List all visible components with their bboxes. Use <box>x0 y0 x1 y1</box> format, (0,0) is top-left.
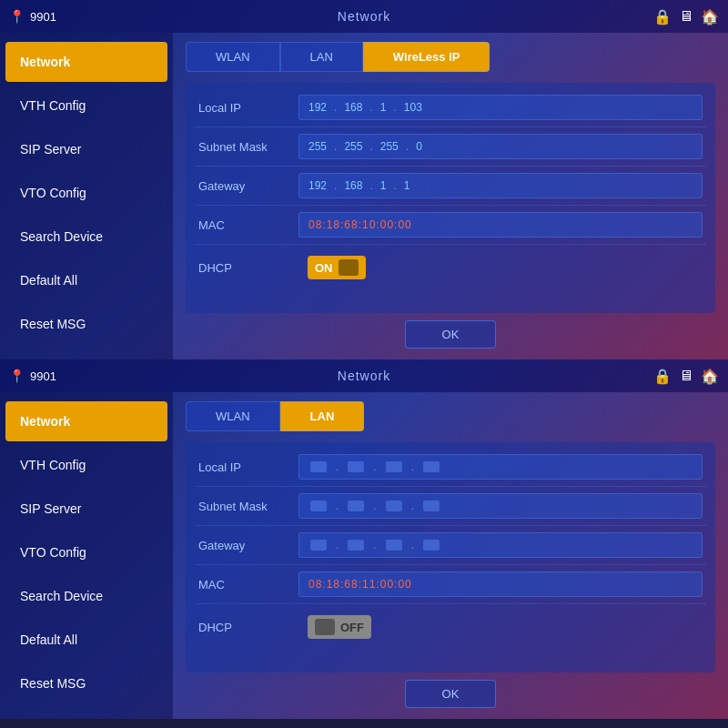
device-info-1: 📍 9901 <box>9 9 56 24</box>
tab-lan-1[interactable]: LAN <box>280 42 363 72</box>
panel-wireless-ip: 📍 9901 Network 🔒 🖥 🏠 Network VTH Config … <box>0 0 728 359</box>
home-icon-1[interactable]: 🏠 <box>701 8 719 25</box>
tab-wireless-ip-1[interactable]: WireLess IP <box>363 42 490 72</box>
top-bar-2: 📍 9901 Network 🔒 🖥 🏠 <box>0 359 728 392</box>
dhcp-row-1: DHCP ON <box>195 245 706 290</box>
location-icon-2: 📍 <box>9 369 25 383</box>
local-ip-label-1: Local IP <box>198 101 298 115</box>
dhcp-row-2: DHCP OFF <box>195 604 706 650</box>
form-section-1: Local IP 192 . 168 . 1 . 103 Subnet Mask… <box>186 83 715 313</box>
local-ip-label-2: Local IP <box>198 460 298 474</box>
ip-octet-3 <box>386 461 402 472</box>
sidebar-1: Network VTH Config SIP Server VTO Config… <box>0 33 173 359</box>
toggle-thumb-2 <box>315 619 335 635</box>
monitor-icon-2[interactable]: 🖥 <box>679 368 693 384</box>
tabs-1: WLAN LAN WireLess IP <box>186 42 715 72</box>
sidebar-item-network-1[interactable]: Network <box>5 42 167 82</box>
gw-octet-4 <box>423 540 440 551</box>
subnet-mask-label-2: Subnet Mask <box>198 500 298 513</box>
gateway-row-1: Gateway 192 . 168 . 1 . 1 <box>195 167 706 206</box>
subnet-mask-label-1: Subnet Mask <box>198 140 298 154</box>
toggle-thumb-1 <box>339 259 359 276</box>
local-ip-row-1: Local IP 192 . 168 . 1 . 103 <box>195 88 706 127</box>
subnet-mask-row-2: Subnet Mask . . . <box>195 487 706 526</box>
sidebar-item-resetmsg-2[interactable]: Reset MSG <box>5 663 167 703</box>
ip-octet-2 <box>348 461 364 472</box>
dhcp-toggle-off-2[interactable]: OFF <box>308 615 371 639</box>
form-section-2: Local IP . . . Subnet Mask <box>186 442 715 672</box>
sidebar-item-searchdevice-1[interactable]: Search Device <box>5 217 167 257</box>
dhcp-value-1: ON <box>298 251 703 284</box>
sidebar-item-sipserver-2[interactable]: SIP Server <box>5 489 167 529</box>
sidebar-item-vthconfig-1[interactable]: VTH Config <box>5 86 167 126</box>
mac-label-1: MAC <box>198 218 298 232</box>
sidebar-item-vtoconfig-2[interactable]: VTO Config <box>5 532 167 572</box>
tab-wlan-1[interactable]: WLAN <box>186 42 280 72</box>
lock-icon-1[interactable]: 🔒 <box>653 8 672 25</box>
device-id-2: 9901 <box>30 369 56 383</box>
gateway-label-1: Gateway <box>198 179 298 193</box>
content-1: Network VTH Config SIP Server VTO Config… <box>0 33 728 359</box>
local-ip-value-2[interactable]: . . . <box>298 454 703 480</box>
sidebar-item-searchdevice-2[interactable]: Search Device <box>5 576 167 616</box>
sidebar-item-sipserver-1[interactable]: SIP Server <box>5 129 167 169</box>
dhcp-toggle-on-1[interactable]: ON <box>308 256 366 279</box>
sidebar-item-defaultall-1[interactable]: Default All <box>5 260 167 300</box>
ok-button-2[interactable]: OK <box>405 680 497 708</box>
mac-value-2: 08:18:68:11:00:00 <box>298 571 703 597</box>
panel-title-1: Network <box>338 9 390 24</box>
sidebar-item-network-2[interactable]: Network <box>5 401 167 441</box>
top-bar-1: 📍 9901 Network 🔒 🖥 🏠 <box>0 0 728 33</box>
mac-row-1: MAC 08:18:68:10:00:00 <box>195 206 706 245</box>
tab-wlan-2[interactable]: WLAN <box>186 401 280 431</box>
gw-octet-1 <box>310 540 327 551</box>
mask-octet-4 <box>423 500 440 511</box>
ip-octet-4 <box>423 461 440 472</box>
mac-value-1: 08:18:68:10:00:00 <box>298 212 703 238</box>
gateway-value-2[interactable]: . . . <box>298 532 703 558</box>
top-icons-2: 🔒 🖥 🏠 <box>653 368 719 385</box>
gw-octet-3 <box>386 540 402 551</box>
ok-btn-container-2: OK <box>186 672 715 710</box>
dhcp-label-1: DHCP <box>198 261 298 275</box>
content-2: Network VTH Config SIP Server VTO Config… <box>0 392 728 719</box>
tab-lan-2[interactable]: LAN <box>280 401 365 431</box>
local-ip-value-1[interactable]: 192 . 168 . 1 . 103 <box>298 95 703 120</box>
top-icons-1: 🔒 🖥 🏠 <box>653 8 719 25</box>
gateway-label-2: Gateway <box>198 539 298 552</box>
gw-octet-2 <box>348 540 364 551</box>
dhcp-value-2: OFF <box>298 611 703 643</box>
home-icon-2[interactable]: 🏠 <box>701 368 719 385</box>
mask-octet-3 <box>386 500 402 511</box>
dhcp-label-2: DHCP <box>198 621 298 634</box>
monitor-icon-1[interactable]: 🖥 <box>679 8 693 25</box>
tabs-2: WLAN LAN <box>186 401 715 431</box>
mac-label-2: MAC <box>198 578 298 592</box>
panel-lan: 📍 9901 Network 🔒 🖥 🏠 Network VTH Config … <box>0 359 728 719</box>
mac-row-2: MAC 08:18:68:11:00:00 <box>195 565 706 604</box>
sidebar-item-resetmsg-1[interactable]: Reset MSG <box>5 304 167 344</box>
subnet-mask-row-1: Subnet Mask 255 . 255 . 255 . 0 <box>195 127 706 167</box>
local-ip-row-2: Local IP . . . <box>195 448 706 487</box>
subnet-mask-value-2[interactable]: . . . <box>298 493 703 519</box>
main-panel-2: WLAN LAN Local IP . . . <box>173 392 728 719</box>
location-icon-1: 📍 <box>9 9 25 24</box>
lock-icon-2[interactable]: 🔒 <box>653 368 672 385</box>
subnet-mask-value-1[interactable]: 255 . 255 . 255 . 0 <box>298 134 703 159</box>
gateway-value-1[interactable]: 192 . 168 . 1 . 1 <box>298 173 703 198</box>
sidebar-item-vthconfig-2[interactable]: VTH Config <box>5 445 167 485</box>
ip-octet-1 <box>310 461 327 472</box>
device-info-2: 📍 9901 <box>9 369 56 383</box>
panel-title-2: Network <box>338 369 390 383</box>
mask-octet-1 <box>310 500 327 511</box>
sidebar-2: Network VTH Config SIP Server VTO Config… <box>0 392 173 719</box>
ok-btn-container-1: OK <box>186 313 715 350</box>
main-panel-1: WLAN LAN WireLess IP Local IP 192 . 168 … <box>173 33 728 359</box>
sidebar-item-vtoconfig-1[interactable]: VTO Config <box>5 173 167 213</box>
ok-button-1[interactable]: OK <box>405 320 497 349</box>
mask-octet-2 <box>348 500 364 511</box>
device-id-1: 9901 <box>30 10 56 24</box>
sidebar-item-defaultall-2[interactable]: Default All <box>5 620 167 660</box>
gateway-row-2: Gateway . . . <box>195 526 706 565</box>
